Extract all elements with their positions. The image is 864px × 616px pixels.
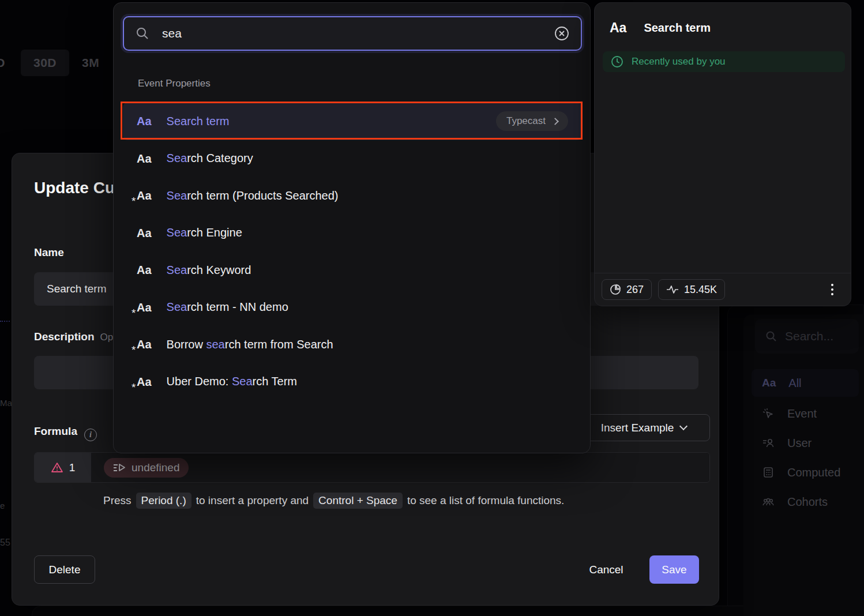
axis-value-fragment: 55 — [0, 538, 10, 548]
search-icon — [765, 330, 777, 342]
sidebar-item-event[interactable]: Event — [752, 400, 859, 427]
info-icon: i — [84, 429, 97, 441]
formula-field[interactable]: 1 undefined — [34, 452, 710, 483]
error-count: 1 — [69, 461, 76, 474]
hint-text: Press — [103, 494, 132, 507]
property-search-input[interactable] — [162, 27, 542, 40]
undefined-property-chip[interactable]: undefined — [104, 458, 189, 478]
sidebar-item-all[interactable]: Aa All — [752, 369, 859, 397]
search-icon — [136, 27, 149, 40]
chevron-right-icon — [551, 118, 559, 125]
formula-label-text: Formula — [34, 425, 77, 437]
pie-chart-icon — [610, 284, 621, 295]
unique-values-count: 267 — [626, 284, 644, 296]
formula-label: Formulai — [34, 425, 97, 441]
typecast-button[interactable]: Typecast — [496, 111, 568, 131]
sidebar-item-label: Event — [787, 407, 817, 420]
chart-line-fragment — [0, 321, 10, 322]
tab-30d[interactable]: 30D — [21, 50, 69, 76]
computed-icon — [762, 466, 775, 479]
text-property-icon: Aa — [610, 20, 626, 36]
sidebar-item-label: All — [788, 377, 801, 390]
property-item-uber-demo-search-term[interactable]: Aa* Uber Demo: Search Term — [123, 363, 582, 401]
event-property-icon — [113, 463, 126, 473]
more-options-button[interactable] — [829, 281, 836, 298]
date-range-tabs: D 30D 3M — [0, 50, 112, 76]
text-property-icon: Aa* — [137, 227, 152, 239]
unique-values-stat[interactable]: 267 — [602, 279, 652, 300]
user-icon — [762, 437, 775, 449]
axis-label-fragment: e — [0, 501, 5, 510]
property-results-list: Aa* Search term Typecast Aa* Search Cate… — [123, 103, 582, 400]
sidebar-search-input[interactable]: Search... — [755, 319, 859, 354]
volume-count: 15.45K — [684, 284, 717, 296]
insert-example-label: Insert Example — [601, 422, 674, 434]
sidebar-item-label: Cohorts — [787, 495, 828, 509]
cohorts-icon — [762, 495, 775, 508]
background-panel-edge — [32, 606, 790, 616]
tab-3m[interactable]: 3M — [69, 50, 112, 76]
chevron-down-icon — [679, 422, 688, 430]
section-header-event-properties: Event Properties — [138, 78, 211, 89]
event-icon — [762, 407, 775, 420]
property-item-borrow-search-term[interactable]: Aa* Borrow search term from Search — [123, 326, 582, 363]
detail-footer: 267 15.45K — [595, 273, 851, 306]
sidebar-item-label: User — [787, 437, 812, 450]
text-property-icon: Aa* — [137, 264, 152, 276]
control-space-key-chip: Control + Space — [313, 493, 403, 509]
tab-7d[interactable]: D — [0, 50, 21, 76]
sidebar-item-user[interactable]: User — [752, 429, 859, 457]
delete-button[interactable]: Delete — [34, 555, 95, 584]
formula-editor[interactable]: undefined — [91, 453, 709, 482]
sidebar-item-label: Computed — [787, 466, 840, 479]
custom-text-property-icon: Aa* — [137, 190, 152, 201]
clock-icon — [611, 55, 623, 68]
typecast-label: Typecast — [506, 115, 546, 127]
recently-used-label: Recently used by you — [632, 56, 726, 67]
property-item-search-term-nn-demo[interactable]: Aa* Search term - NN demo — [123, 289, 582, 326]
property-item-search-term[interactable]: Aa* Search term Typecast — [123, 103, 582, 140]
property-detail-panel: Aa Search term Recently used by you 267 … — [594, 2, 851, 306]
hint-text: to insert a property and — [196, 494, 309, 507]
name-label: Name — [34, 246, 64, 259]
custom-text-property-icon: Aa* — [137, 302, 152, 313]
sidebar-item-computed[interactable]: Computed — [752, 459, 859, 486]
period-key-chip: Period (.) — [136, 493, 191, 509]
sidebar-search-placeholder: Search... — [785, 329, 833, 343]
text-property-icon: Aa — [762, 377, 776, 389]
name-value: Search term — [47, 283, 106, 295]
property-item-search-keyword[interactable]: Aa* Search Keyword — [123, 251, 582, 289]
property-item-search-category[interactable]: Aa* Search Category — [123, 140, 582, 178]
clear-icon[interactable] — [554, 26, 569, 41]
recently-used-badge: Recently used by you — [603, 51, 845, 72]
app-screen: D 30D 3M May e 55 Search... Aa All Event… — [0, 0, 864, 616]
property-type-sidebar: Search... Aa All Event User Computed Coh… — [743, 314, 864, 616]
formula-error-gutter: 1 — [35, 453, 91, 482]
custom-text-property-icon: Aa* — [137, 339, 152, 350]
volume-stat[interactable]: 15.45K — [658, 279, 725, 300]
undefined-chip-label: undefined — [132, 461, 179, 474]
cancel-button[interactable]: Cancel — [580, 555, 632, 584]
description-label-text: Description — [34, 330, 95, 343]
detail-property-title: Search term — [644, 21, 711, 35]
property-item-search-term-products-searched[interactable]: Aa* Search term (Products Searched) — [123, 177, 582, 215]
property-item-search-engine[interactable]: Aa* Search Engine — [123, 215, 582, 252]
activity-icon — [666, 284, 679, 295]
hint-text: to see a list of formula functions. — [407, 494, 564, 507]
save-button[interactable]: Save — [649, 555, 699, 584]
custom-text-property-icon: Aa* — [137, 376, 152, 388]
warning-icon — [51, 462, 63, 474]
text-property-icon: Aa* — [137, 115, 152, 127]
property-search-dropdown: Event Properties Aa* Search term Typecas… — [113, 2, 591, 453]
sidebar-item-cohorts[interactable]: Cohorts — [752, 488, 859, 516]
formula-hint: Press Period (.) to insert a property an… — [103, 493, 564, 509]
insert-example-button[interactable]: Insert Example — [577, 414, 710, 441]
text-property-icon: Aa* — [137, 153, 152, 164]
property-search-field[interactable] — [123, 16, 582, 51]
